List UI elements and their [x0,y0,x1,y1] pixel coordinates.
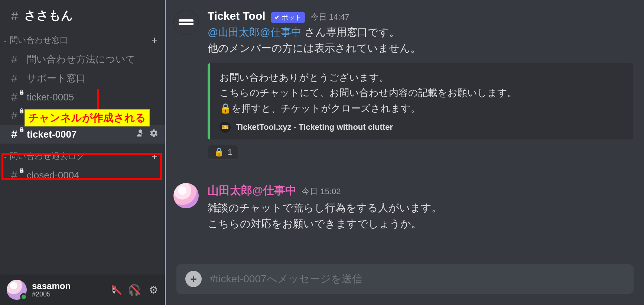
channel-name: ticket-0007 [27,129,131,140]
message-input-bar: + [176,264,634,294]
mic-mute-icon[interactable]: 🎙 [109,284,120,296]
channel-item[interactable]: # 問い合わせ方法について [0,50,165,69]
gear-icon[interactable] [149,129,158,140]
avatar[interactable] [173,10,199,35]
chevron-down-icon: ⌄ [3,153,7,159]
chat-area: Ticket Tool ✔ ボット 今日 14:47 @山田太郎@仕事中 さん専… [165,0,644,305]
user-name-block[interactable]: sasamon #2005 [32,281,71,298]
embed-line: お問い合わせありがとうございます。 [219,70,623,86]
deafen-icon[interactable]: 🎧 [128,284,141,296]
server-name: ささもん [24,7,73,24]
reaction-count: 1 [228,147,232,157]
channel-item-active[interactable]: # ticket-0007 [0,125,165,144]
bot-badge: ✔ ボット [271,12,305,23]
text-span: 他のメンバーの方には表示されていません。 [208,42,421,54]
lock-icon: 🔒 [214,147,224,157]
channel-sidebar: # ささもん ⌄ 問い合わせ窓口 + # 問い合わせ方法について # サポート窓… [0,0,165,305]
category-label: 問い合わせ過去ログ [10,151,152,162]
annotation-label: チャンネルが作成される [25,109,150,126]
hash-icon: # [11,9,18,23]
text-span: 雑談のチャットで荒らし行為をする人がいます。 [208,202,442,214]
avatar[interactable] [173,183,199,208]
embed-line: こちらのチャットにて、お問い合わせ内容の記載をお願いします。 [219,85,623,101]
avatar[interactable] [7,280,27,300]
hash-icon: # [11,53,22,66]
add-channel-icon[interactable]: + [152,150,157,162]
hash-lock-icon: # [11,169,22,182]
category-header-inquiry[interactable]: ⌄ 問い合わせ窓口 + [0,28,165,50]
attach-plus-icon[interactable]: + [185,271,202,287]
bot-badge-text: ボット [282,13,302,22]
category-label: 問い合わせ窓口 [10,35,152,46]
mention[interactable]: @山田太郎@仕事中 [208,26,302,38]
timestamp-day: 今日 [302,187,318,196]
embed-footer-text: TicketTool.xyz - Ticketing without clutt… [236,122,393,132]
embed: お問い合わせありがとうございます。 こちらのチャットにて、お問い合わせ内容の記載… [208,63,633,139]
username: sasamon [32,281,71,291]
chevron-down-icon: ⌄ [3,37,7,43]
add-channel-icon[interactable]: + [152,34,157,46]
message-text: @山田太郎@仕事中 さん専用窓口です。 他のメンバーの方には表示されていません。 [208,24,633,57]
status-online-icon [20,293,27,301]
text-span: さん専用窓口です。 [302,26,400,38]
message-author[interactable]: 山田太郎@仕事中 [208,183,296,198]
channel-name: サポート窓口 [27,72,158,85]
ticket-icon: 🎫 [219,122,231,133]
message: Ticket Tool ✔ ボット 今日 14:47 @山田太郎@仕事中 さん専… [173,7,633,171]
message-list: Ticket Tool ✔ ボット 今日 14:47 @山田太郎@仕事中 さん専… [166,0,644,264]
timestamp-time: 14:47 [329,12,349,22]
channel-name: ticket-0005 [27,92,158,103]
channel-name: 問い合わせ方法について [27,53,158,66]
channel-item[interactable]: # ticket-0005 [0,88,165,106]
server-header[interactable]: # ささもん [0,0,165,28]
lock-icon: 🔒 [219,103,231,114]
invite-icon[interactable] [136,129,145,140]
message-text: 雑談のチャットで荒らし行為をする人がいます。 こちらの対応をお願いできますでしょ… [208,200,633,232]
hash-lock-icon: # [11,128,22,141]
svg-rect-1 [179,22,193,23]
category-header-archive[interactable]: ⌄ 問い合わせ過去ログ + [0,144,165,166]
settings-gear-icon[interactable]: ⚙ [149,284,158,296]
message-input[interactable] [210,273,625,285]
channel-item[interactable]: # サポート窓口 [0,69,165,88]
message-divider [173,173,633,173]
timestamp: 今日 14:47 [310,12,349,23]
user-panel: sasamon #2005 🎙 🎧 ⚙ [0,274,165,305]
message: 山田太郎@仕事中 今日 15:02 雑談のチャットで荒らし行為をする人がいます。… [173,180,633,243]
hash-lock-icon: # [11,91,22,103]
channel-item[interactable]: # closed-0004 [0,166,165,184]
discriminator: #2005 [32,291,71,298]
message-author[interactable]: Ticket Tool [208,10,266,22]
timestamp-time: 15:02 [320,187,341,196]
timestamp-day: 今日 [310,12,327,22]
channel-name: closed-0004 [27,170,158,181]
hash-icon: # [11,72,22,85]
text-span: こちらの対応をお願いできますでしょうか。 [208,218,422,229]
text-span: を押すと、チケットがクローズされます。 [231,103,420,114]
embed-line: 🔒を押すと、チケットがクローズされます。 [219,101,623,116]
timestamp: 今日 15:02 [302,186,341,197]
reaction-button[interactable]: 🔒 1 [208,145,238,160]
embed-footer: 🎫 TicketTool.xyz - Ticketing without clu… [219,122,623,133]
hash-lock-icon: # [11,109,22,122]
